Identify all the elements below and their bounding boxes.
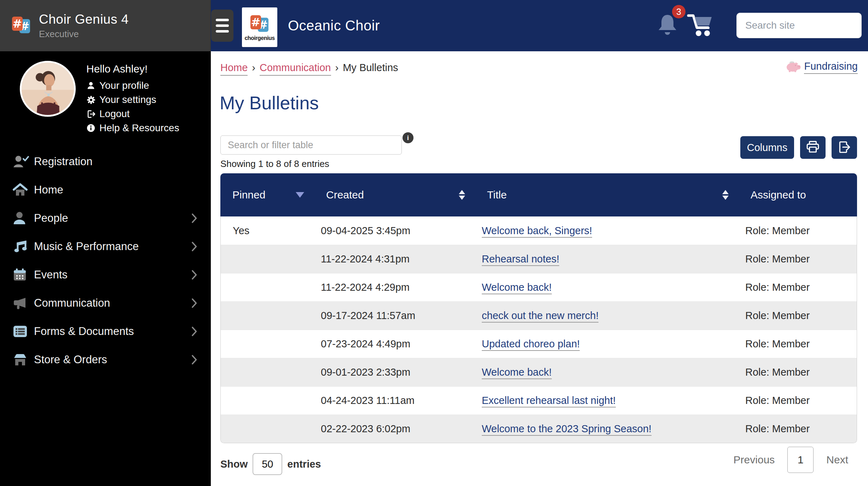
chevron-right-icon <box>191 326 197 337</box>
table-filter-input[interactable] <box>220 135 402 155</box>
current-page-button[interactable]: 1 <box>787 447 814 473</box>
page-size-select[interactable]: 50 <box>253 453 282 475</box>
cell-assigned-to: Role: Member <box>739 253 857 265</box>
columns-button[interactable]: Columns <box>740 136 794 159</box>
breadcrumb-communication[interactable]: Communication <box>260 62 331 76</box>
user-check-icon <box>13 155 30 168</box>
hamburger-menu-button[interactable] <box>211 10 233 42</box>
sidebar: # # Choir Genius 4 Executive <box>0 0 211 486</box>
site-search-input[interactable] <box>736 13 862 38</box>
user-menu: Your profileYour settingsLogoutHelp & Re… <box>86 79 179 135</box>
column-header-title[interactable]: Title <box>475 173 739 216</box>
cell-title: check out the new merch! <box>475 310 739 322</box>
cell-title: Welcome to the 2023 Spring Season! <box>475 423 739 435</box>
next-page-button[interactable]: Next <box>826 454 848 466</box>
megaphone-icon <box>13 296 30 310</box>
sidebar-item-label: Home <box>34 184 63 196</box>
sidebar-item-people[interactable]: People <box>0 204 211 232</box>
chevron-right-icon <box>191 298 197 308</box>
sidebar-item-store-orders[interactable]: Store & Orders <box>0 346 211 374</box>
cell-created: 04-24-2023 11:11am <box>314 395 475 406</box>
table-row: 02-22-2023 6:02pmWelcome to the 2023 Spr… <box>221 415 857 443</box>
app-screen: # # Choir Genius 4 Executive <box>0 0 868 486</box>
column-header-created[interactable]: Created <box>314 173 475 216</box>
choirgenius-logo-badge[interactable]: # # choirgenius <box>242 7 277 47</box>
breadcrumb-separator: › <box>252 62 255 74</box>
user-menu-label: Help & Resources <box>99 122 179 134</box>
cell-created: 09-01-2023 2:33pm <box>314 366 475 378</box>
fundraising-link[interactable]: Fundraising <box>804 60 858 74</box>
cart-button[interactable] <box>686 13 714 40</box>
table-body: Yes09-04-2025 3:45pmWelcome back, Singer… <box>220 216 857 443</box>
cell-title: Rehearsal notes! <box>475 253 739 265</box>
cell-title: Excellent rehearsal last night! <box>475 395 739 406</box>
table-row: 04-24-2023 11:11amExcellent rehearsal la… <box>221 386 857 415</box>
logout-icon <box>86 110 96 118</box>
cell-assigned-to: Role: Member <box>739 282 857 293</box>
store-icon <box>13 353 30 367</box>
sidebar-item-label: Registration <box>34 155 92 168</box>
column-header-label: Created <box>326 189 364 201</box>
user-info: Hello Ashley! Your profileYour settingsL… <box>86 61 179 135</box>
sidebar-item-music-performance[interactable]: Music & Performance <box>0 232 211 261</box>
bulletin-link[interactable]: Welcome back! <box>482 366 552 379</box>
brand-text: Choir Genius 4 Executive <box>39 12 129 40</box>
calendar-icon <box>13 268 30 282</box>
export-button[interactable] <box>832 136 857 159</box>
cell-assigned-to: Role: Member <box>739 423 857 435</box>
bulletin-link[interactable]: Rehearsal notes! <box>482 253 559 266</box>
table-toolbar: Columns <box>740 136 857 159</box>
user-menu-item-logout[interactable]: Logout <box>86 107 179 121</box>
bulletin-link[interactable]: Excellent rehearsal last night! <box>482 395 616 407</box>
breadcrumb: Home›Communication›My Bulletins <box>220 62 398 76</box>
user-menu-label: Logout <box>99 108 130 120</box>
user-menu-item-your-settings[interactable]: Your settings <box>86 93 179 107</box>
sidebar-item-communication[interactable]: Communication <box>0 289 211 317</box>
info-icon[interactable]: i <box>403 132 413 143</box>
cell-title: Welcome back! <box>475 282 739 293</box>
sidebar-item-forms-documents[interactable]: Forms & Documents <box>0 317 211 346</box>
home-icon <box>13 183 30 197</box>
choirgenius-caption: choirgenius <box>244 35 274 41</box>
sidebar-item-events[interactable]: Events <box>0 261 211 289</box>
column-header-pinned[interactable]: Pinned <box>220 173 314 216</box>
export-icon <box>838 140 851 155</box>
sidebar-item-label: Communication <box>34 297 110 309</box>
previous-page-button[interactable]: Previous <box>734 454 775 466</box>
user-menu-item-your-profile[interactable]: Your profile <box>86 79 179 93</box>
sidebar-item-home[interactable]: Home <box>0 176 211 204</box>
choir-genius-logo-icon: # # <box>249 15 270 34</box>
bulletin-link[interactable]: Welcome back! <box>482 282 552 294</box>
cell-assigned-to: Role: Member <box>739 338 857 350</box>
fundraising: Fundraising <box>786 60 858 74</box>
user-menu-label: Your settings <box>99 94 156 105</box>
table-row: 11-22-2024 4:29pmWelcome back!Role: Memb… <box>221 273 857 301</box>
avatar[interactable] <box>20 61 76 117</box>
column-header-assigned-to: Assigned to <box>739 173 857 216</box>
svg-text:#: # <box>251 16 261 29</box>
entries-label: entries <box>287 458 321 470</box>
breadcrumb-home[interactable]: Home <box>220 62 248 76</box>
bulletin-link[interactable]: check out the new merch! <box>482 310 598 323</box>
bulletin-link[interactable]: Welcome back, Singers! <box>482 225 592 238</box>
show-entries-control: Show 50 entries <box>220 453 321 475</box>
cell-created: 07-23-2024 4:49pm <box>314 338 475 350</box>
bulletins-table: PinnedCreatedTitleAssigned to Yes09-04-2… <box>220 173 857 443</box>
piggy-bank-icon <box>786 60 801 74</box>
sidebar-item-label: Forms & Documents <box>34 325 134 338</box>
cell-assigned-to: Role: Member <box>739 225 857 237</box>
bulletin-link[interactable]: Welcome to the 2023 Spring Season! <box>482 423 652 436</box>
table-header-row: PinnedCreatedTitleAssigned to <box>220 173 857 216</box>
cell-assigned-to: Role: Member <box>739 395 857 406</box>
cell-title: Welcome back, Singers! <box>475 225 739 237</box>
bell-icon <box>657 31 678 37</box>
print-button[interactable] <box>800 136 826 159</box>
info-circle-icon <box>86 124 96 132</box>
user-menu-item-help-resources[interactable]: Help & Resources <box>86 121 179 135</box>
sidebar-item-registration[interactable]: Registration <box>0 147 211 176</box>
column-header-label: Title <box>487 189 507 201</box>
gear-icon <box>86 96 96 104</box>
bulletin-link[interactable]: Updated choreo plan! <box>482 338 580 351</box>
page-title: My Bulletins <box>220 92 319 114</box>
chevron-right-icon <box>191 213 197 224</box>
